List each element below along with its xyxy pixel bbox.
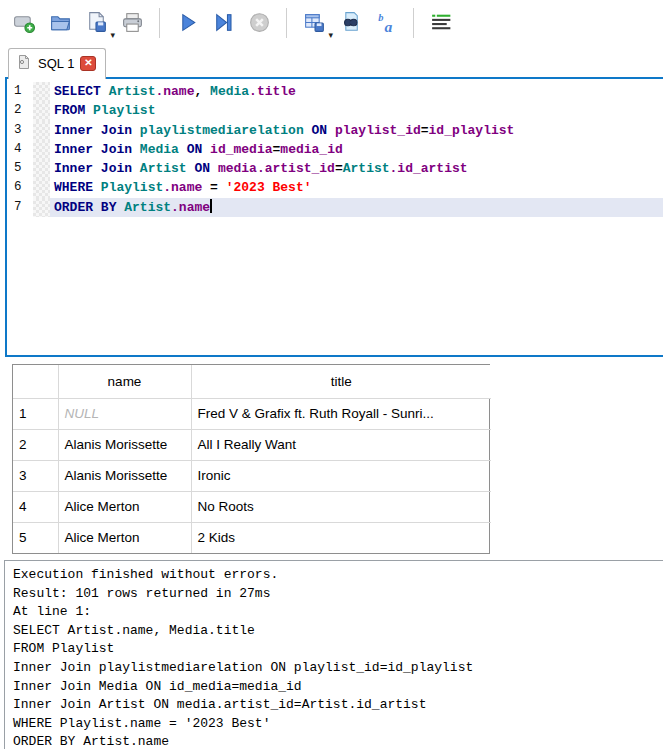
row-number-cell[interactable]: 1 [13,398,58,429]
new-sql-editor-button[interactable] [9,8,39,38]
log-line: Execution finished without errors. [13,566,663,585]
table-row: 1NULLFred V & Grafix ft. Ruth Royall - S… [13,398,491,429]
play-icon [175,10,200,35]
sql-editor-window: ▾▾ba SQL 1 ✕ 1SELECT Artist.name, Media.… [0,0,663,749]
printer-icon [120,10,145,35]
gutter-margin [33,121,50,140]
code-text: Inner Join playlistmediarelation ON play… [50,121,663,140]
editor-lines: 1SELECT Artist.name, Media.title2FROM Pl… [7,79,663,217]
replace-button[interactable]: ba [371,8,401,38]
name-cell[interactable]: Alanis Morissette [58,460,191,491]
row-number-cell[interactable]: 5 [13,522,58,553]
print-button[interactable] [117,8,147,38]
find-button[interactable] [335,8,365,38]
column-header-name[interactable]: name [58,365,191,398]
gutter-margin [33,101,50,120]
title-cell[interactable]: Fred V & Grafix ft. Ruth Royall - Sunri.… [191,398,491,429]
title-cell[interactable]: Ironic [191,460,491,491]
execute-from-cursor-button[interactable] [208,8,238,38]
replace-letters-icon: ba [374,10,399,35]
binoculars-icon [338,10,363,35]
svg-text:b: b [378,12,383,23]
execution-log-panel: Execution finished without errors.Result… [4,560,663,749]
log-line: At line 1: [13,603,663,622]
table-row: 5Alice Merton2 Kids [13,522,491,553]
tab-bar: SQL 1 ✕ [0,45,663,77]
code-text: FROM Playlist [50,101,663,120]
line-number: 6 [7,178,33,197]
format-sql-button[interactable] [426,8,456,38]
row-number-cell[interactable]: 3 [13,460,58,491]
toolbar-separator [286,8,287,38]
grid-header-row: nametitle [13,365,491,398]
format-lines-icon [429,10,454,35]
dropdown-arrow-icon[interactable]: ▾ [328,31,333,40]
load-sql-from-file-button[interactable] [45,8,75,38]
stop-execution-button[interactable] [244,8,274,38]
gutter-margin [33,140,50,159]
export-results-button[interactable]: ▾ [299,8,329,38]
window-plus-icon [12,10,37,35]
stop-icon [247,10,272,35]
svg-text:a: a [384,18,392,35]
log-line: SELECT Artist.name, Media.title [13,622,663,641]
gutter-margin [33,82,50,101]
code-text: Inner Join Artist ON media.artist_id=Art… [50,159,663,178]
log-line: Inner Join playlistmediarelation ON play… [13,659,663,678]
line-number: 2 [7,101,33,120]
table-row: 2Alanis MorissetteAll I Really Want [13,429,491,460]
row-number-cell[interactable]: 2 [13,429,58,460]
tab-label: SQL 1 [38,56,74,71]
name-cell[interactable]: Alice Merton [58,522,191,553]
log-line: Result: 101 rows returned in 27ms [13,585,663,604]
editor-line-4: 4Inner Join Media ON id_media=media_id [7,140,663,159]
title-cell[interactable]: All I Really Want [191,429,491,460]
tab-sql1[interactable]: SQL 1 ✕ [8,48,106,79]
save-sql-to-file-button[interactable]: ▾ [81,8,111,38]
grid-corner-cell[interactable] [13,365,58,398]
tab-close-icon[interactable]: ✕ [80,56,96,71]
name-cell[interactable]: Alice Merton [58,491,191,522]
code-text: ORDER BY Artist.name [50,198,663,217]
execute-query-button[interactable] [172,8,202,38]
gutter-margin [33,178,50,197]
log-line: WHERE Playlist.name = '2023 Best' [13,715,663,734]
toolbar-separator [159,8,160,38]
column-header-title[interactable]: title [191,365,491,398]
null-value: NULL [65,406,100,421]
editor-line-2: 2FROM Playlist [7,101,663,120]
editor-line-1: 1SELECT Artist.name, Media.title [7,82,663,101]
toolbar: ▾▾ba [0,0,663,45]
play-to-end-icon [211,10,236,35]
gutter-margin [33,159,50,178]
sql-file-icon [16,54,32,73]
line-number: 1 [7,82,33,101]
sql-editor[interactable]: 1SELECT Artist.name, Media.title2FROM Pl… [5,77,663,357]
editor-line-5: 5Inner Join Artist ON media.artist_id=Ar… [7,159,663,178]
log-line: Inner Join Artist ON media.artist_id=Art… [13,696,663,715]
line-number: 3 [7,121,33,140]
results-grid: nametitle 1NULLFred V & Grafix ft. Ruth … [13,365,491,553]
text-cursor [210,199,212,213]
name-cell[interactable]: Alanis Morissette [58,429,191,460]
open-file-icon [48,10,73,35]
results-grid-container: nametitle 1NULLFred V & Grafix ft. Ruth … [12,364,490,554]
title-cell[interactable]: 2 Kids [191,522,491,553]
line-number: 4 [7,140,33,159]
save-file-icon [84,10,109,35]
log-line: Inner Join Media ON id_media=media_id [13,678,663,697]
row-number-cell[interactable]: 4 [13,491,58,522]
line-number: 5 [7,159,33,178]
table-row: 3Alanis MorissetteIronic [13,460,491,491]
name-cell[interactable]: NULL [58,398,191,429]
title-cell[interactable]: No Roots [191,491,491,522]
code-text: Inner Join Media ON id_media=media_id [50,140,663,159]
log-line: ORDER BY Artist.name [13,733,663,749]
gutter-margin [33,198,50,217]
code-text: SELECT Artist.name, Media.title [50,82,663,101]
line-number: 7 [7,198,33,217]
editor-line-3: 3Inner Join playlistmediarelation ON pla… [7,121,663,140]
editor-line-7: 7ORDER BY Artist.name [7,198,663,217]
table-row: 4Alice MertonNo Roots [13,491,491,522]
dropdown-arrow-icon[interactable]: ▾ [110,31,115,40]
